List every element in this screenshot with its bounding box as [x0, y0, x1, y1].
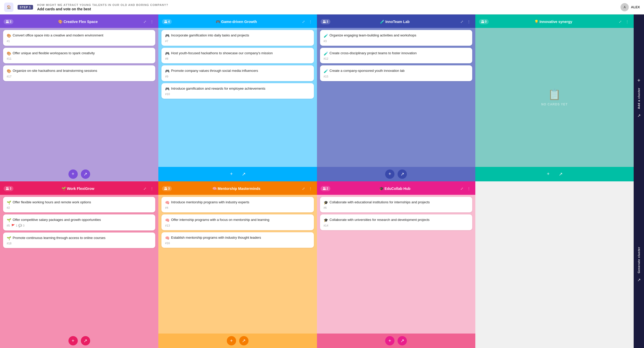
cluster-game-driven-growth: 🗳 4 🎮 Game-driven Growth ⤢ ⋮ 🎮 Incorpora… — [158, 14, 317, 181]
menu-button-4[interactable]: ⋮ — [624, 19, 630, 24]
card-6[interactable]: 🎓 Collaborate with educational instituti… — [320, 197, 472, 213]
expand-button-3[interactable]: ⤢ — [459, 19, 464, 24]
cluster-footer-4: + ↗ — [475, 167, 634, 181]
nav-button-1[interactable]: ↗ — [81, 169, 90, 179]
card-11[interactable]: 🎨 Offer unique and flexible workspaces t… — [3, 48, 155, 64]
card-3[interactable]: 🧪 Organize engaging team-building activi… — [320, 30, 472, 46]
home-button[interactable]: 🏠 — [4, 3, 13, 12]
card-18[interactable]: 🌱 Promote continuous learning through ac… — [3, 233, 155, 248]
nav-button-7[interactable]: ↗ — [398, 336, 407, 345]
vote-badge-2: 🗳 4 — [162, 19, 172, 24]
header-titles: HOW MIGHT WE ATTRACT YOUNG TALENTS IN OU… — [37, 3, 168, 11]
card-id-16: #16 — [165, 242, 310, 245]
card-text-14: 🎓 Collaborate with universities for rese… — [324, 218, 469, 223]
main: 🗳 3 🎨 Creative Flex Space ⤢ ⋮ 🎨 Convert … — [0, 14, 644, 348]
cluster-header-left-1: 🗳 3 — [4, 19, 13, 24]
cluster-actions-5: ⤢ ⋮ — [142, 186, 155, 191]
card-5[interactable]: 🌱 Offer competitive salary packages and … — [3, 214, 155, 230]
card-12[interactable]: 🧪 Create cross-disciplinary project team… — [320, 48, 472, 64]
card-text-12: 🧪 Create cross-disciplinary project team… — [324, 51, 469, 56]
card-text-3: 🧪 Organize engaging team-building activi… — [324, 33, 469, 38]
card-id-2: #2 — [7, 206, 152, 209]
cluster-header-left-3: 🗳 3 — [321, 19, 330, 24]
card-id-18: #18 — [7, 242, 152, 245]
card-text-15: 🧪 Create a company-sponsored youth innov… — [324, 68, 469, 74]
card-emoji-1: 🎨 — [7, 33, 11, 38]
add-card-button-7[interactable]: + — [385, 336, 394, 345]
card-text-10: 🎮 Introduce gamification and rewards for… — [165, 86, 310, 92]
card-16[interactable]: 🧠 Establish mentorship programs with ind… — [161, 232, 314, 248]
card-8[interactable]: 🎮 Host youth-focused hackathons to showc… — [161, 48, 314, 64]
nav-button-3[interactable]: ↗ — [398, 169, 407, 179]
card-meta-5: 🚩 1 💬 3 — [11, 224, 24, 227]
vote-badge-4: 🗳 0 — [479, 19, 489, 24]
header-subtitle: HOW MIGHT WE ATTRACT YOUNG TALENTS IN OU… — [37, 3, 168, 6]
nav-button-4[interactable]: ↗ — [556, 169, 565, 179]
card-9[interactable]: 🎮 Promote company values through social … — [161, 65, 314, 81]
cluster-header-5: 🗳 3 🌱 Work FlexiGrow ⤢ ⋮ — [0, 181, 158, 195]
add-card-button-5[interactable]: + — [68, 336, 78, 345]
cluster-title-3: 🧪 InnoTeam Lab — [330, 20, 459, 24]
card-id-15: #15 — [324, 75, 469, 78]
menu-button-5[interactable]: ⋮ — [149, 186, 155, 191]
expand-button-1[interactable]: ⤢ — [142, 19, 148, 24]
nav-button-6[interactable]: ↗ — [239, 336, 249, 345]
cluster-work-flexigrow: 🗳 3 🌱 Work FlexiGrow ⤢ ⋮ 🌱 Offer flexibl… — [0, 181, 158, 348]
cluster-actions-3: ⤢ ⋮ — [459, 19, 472, 24]
menu-button-2[interactable]: ⋮ — [308, 19, 313, 24]
card-13[interactable]: 🧠 Offer internship programs with a focus… — [161, 214, 314, 230]
cluster-educollab-hub: 🗳 2 🎓 EduCollab Hub ⤢ ⋮ 🎓 Collaborate wi… — [317, 181, 475, 348]
cluster-innovative-synergy: 🗳 0 💡 Innovative synergy ⤢ ⋮ 📋 NO CARDS … — [475, 14, 634, 181]
card-text-2: 🌱 Offer flexible working hours and remot… — [7, 200, 152, 205]
card-id-17: #17 — [7, 75, 152, 78]
nav-button-5[interactable]: ↗ — [81, 336, 90, 345]
card-id-1: #1 — [7, 40, 152, 43]
cluster-header-6: 🗳 3 🧠 Mentorship Masterminds ⤢ ⋮ — [158, 181, 317, 195]
menu-button-3[interactable]: ⋮ — [466, 19, 472, 24]
cluster-footer-5: + ↗ — [0, 334, 158, 348]
add-card-button-1[interactable]: + — [68, 169, 78, 179]
card-id-9: #9 — [165, 75, 310, 78]
card-text-17: 🎨 Organize on-site hackathons and brains… — [7, 68, 152, 74]
expand-button-2[interactable]: ⤢ — [301, 19, 306, 24]
cluster-header-left-7: 🗳 2 — [321, 186, 330, 191]
add-card-button-6[interactable]: + — [227, 336, 236, 345]
add-card-button-4[interactable]: + — [544, 169, 553, 179]
menu-button-1[interactable]: ⋮ — [149, 19, 155, 24]
card-4[interactable]: 🧠 Introduce mentorship programs with ind… — [161, 197, 314, 213]
expand-button-4[interactable]: ⤢ — [618, 19, 623, 24]
expand-button-6[interactable]: ⤢ — [301, 186, 306, 191]
card-17[interactable]: 🎨 Organize on-site hackathons and brains… — [3, 65, 155, 81]
card-7[interactable]: 🎮 Incorporate gamification into daily ta… — [161, 30, 314, 46]
menu-button-7[interactable]: ⋮ — [466, 186, 472, 191]
cluster-actions-6: ⤢ ⋮ — [301, 186, 313, 191]
card-10[interactable]: 🎮 Introduce gamification and rewards for… — [161, 83, 314, 99]
card-text-18: 🌱 Promote continuous learning through ac… — [7, 236, 152, 241]
cluster-actions-4: ⤢ ⋮ — [618, 19, 630, 24]
cluster-header-left-6: 🗳 3 — [162, 186, 172, 191]
card-text-8: 🎮 Host youth-focused hackathons to showc… — [165, 51, 310, 56]
add-cluster-label[interactable]: Add a cluster — [637, 88, 640, 109]
card-1[interactable]: 🎨 Convert office space into a creative a… — [3, 30, 155, 46]
card-text-6: 🎓 Collaborate with educational instituti… — [324, 200, 469, 205]
generate-cluster-arrow[interactable]: ↗ — [637, 277, 641, 282]
card-15[interactable]: 🧪 Create a company-sponsored youth innov… — [320, 65, 472, 81]
card-14[interactable]: 🎓 Collaborate with universities for rese… — [320, 214, 472, 230]
nav-button-2[interactable]: ↗ — [239, 169, 249, 179]
cluster-title-4: 💡 Innovative synergy — [489, 20, 618, 24]
card-id-3: #3 — [324, 40, 469, 43]
add-card-button-2[interactable]: + — [227, 169, 236, 179]
avatar: A — [620, 3, 629, 11]
cluster-header-1: 🗳 3 🎨 Creative Flex Space ⤢ ⋮ — [0, 14, 158, 28]
cards-area-3: 🧪 Organize engaging team-building activi… — [317, 28, 475, 167]
add-cluster-plus[interactable]: + — [637, 78, 640, 83]
card-id-10: #10 — [165, 92, 310, 96]
add-card-button-3[interactable]: + — [385, 169, 394, 179]
generate-cluster-label[interactable]: Generate cluster — [637, 247, 640, 273]
card-id-5: #5 🚩 1 💬 3 — [7, 224, 152, 227]
add-cluster-arrow[interactable]: ↗ — [637, 113, 641, 118]
card-2[interactable]: 🌱 Offer flexible working hours and remot… — [3, 197, 155, 213]
expand-button-7[interactable]: ⤢ — [459, 186, 464, 191]
menu-button-6[interactable]: ⋮ — [308, 186, 313, 191]
expand-button-5[interactable]: ⤢ — [142, 186, 148, 191]
